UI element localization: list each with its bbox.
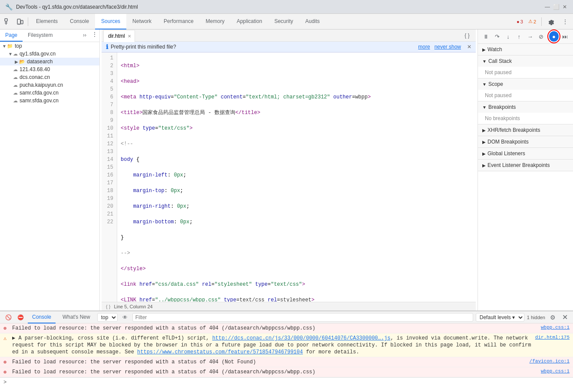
xhr-breakpoints-header[interactable]: ▶ XHR/fetch Breakpoints [478, 124, 573, 136]
title-bar: 🔧 DevTools - qy1.sfda.gov.cn/datasearch/… [0, 0, 573, 14]
scope-header[interactable]: ▼ Scope [478, 78, 573, 90]
settings-button[interactable] [545, 16, 557, 28]
tree-label-ip: 121.43.68.40 [20, 66, 50, 72]
tree-item-pucha[interactable]: ▶ ☁ pucha.kaipuyun.cn [0, 81, 99, 89]
error-icon-3: ⊗ [3, 369, 10, 376]
error-icon-1: ⊗ [3, 325, 10, 332]
call-stack-status: Not paused [485, 69, 511, 75]
tree-item-samr-sfda[interactable]: ▶ ☁ samr.sfda.gov.cn [0, 97, 99, 105]
step-button[interactable]: → [526, 31, 535, 42]
code-line-2: <head> [121, 78, 472, 85]
tab-performance[interactable]: Performance [158, 14, 200, 29]
event-listeners-header[interactable]: ▶ Event Listener Breakpoints [478, 160, 573, 171]
tab-whats-new[interactable]: What's New [58, 311, 95, 323]
call-stack-arrow: ▼ [482, 59, 487, 64]
code-line-4: <title>国家食品药品监督管理总局 - 数据查询</title> [121, 109, 472, 117]
scope-section: ▼ Scope Not paused [478, 78, 573, 101]
tab-application[interactable]: Application [231, 14, 268, 29]
debug-more-button[interactable]: ⏭ [560, 31, 570, 42]
tab-elements[interactable]: Elements [30, 14, 64, 29]
levels-selector[interactable]: Default levels ▾ [476, 313, 524, 322]
more-tabs-button[interactable]: ›› [79, 29, 90, 42]
xhr-breakpoints-section: ▶ XHR/fetch Breakpoints [478, 124, 573, 136]
dom-breakpoints-header[interactable]: ▶ DOM Breakpoints [478, 136, 573, 147]
tab-page[interactable]: Page [0, 29, 23, 42]
event-arrow: ▶ [482, 163, 486, 168]
step-over-button[interactable]: ↷ [492, 31, 501, 42]
inspect-element-button[interactable] [2, 16, 14, 28]
info-never-show-link[interactable]: never show [435, 44, 461, 50]
code-line-7: body { [121, 156, 472, 163]
panel-menu-button[interactable]: ⋮ [90, 29, 99, 39]
dom-breakpoints-section: ▶ DOM Breakpoints [478, 136, 573, 148]
step-into-button[interactable]: ↓ [504, 31, 513, 42]
breakpoints-content: No breakpoints [478, 113, 573, 124]
tree-item-ip[interactable]: ▶ ☁ 121.43.68.40 [0, 65, 99, 73]
entry-location-3[interactable]: wbpp.css:1 [541, 369, 570, 374]
format-button[interactable]: { } [462, 30, 472, 41]
warn-link-1[interactable]: http://dcs.conac.cn/js/33/000/0000/60414… [212, 335, 390, 341]
tree-item-dcs[interactable]: ▶ ☁ dcs.conac.cn [0, 73, 99, 81]
info-close-button[interactable]: ✕ [467, 44, 471, 50]
tree-label-dcs: dcs.conac.cn [20, 74, 50, 80]
tree-label-pucha: pucha.kaipuyun.cn [20, 82, 63, 88]
tab-audits[interactable]: Audits [299, 14, 326, 29]
entry-location-1[interactable]: wbpp.css:1 [541, 325, 570, 330]
tree-item-top[interactable]: ▼ 📁 top [0, 42, 99, 50]
tree-item-datasearch[interactable]: ▶ 📂 datasearch [0, 58, 99, 65]
device-toggle-button[interactable] [14, 16, 26, 28]
entry-location-warn[interactable]: dir.html:175 [535, 335, 570, 340]
console-filter-toggle[interactable]: ⛔ [16, 313, 25, 322]
console-eye-button[interactable]: 👁 [120, 313, 130, 322]
global-listeners-header[interactable]: ▶ Global Listeners [478, 148, 573, 159]
code-line-11: margin-bottom: 0px; [121, 218, 472, 226]
deactivate-breakpoints-button[interactable]: ⊘ [537, 31, 546, 42]
breakpoints-header[interactable]: ▼ Breakpoints [478, 101, 573, 113]
tab-security[interactable]: Security [268, 14, 299, 29]
tab-memory[interactable]: Memory [200, 14, 231, 29]
editor-tab-bar: dir.html ✕ { } [102, 29, 476, 42]
call-stack-header[interactable]: ▼ Call Stack [478, 56, 573, 67]
editor-tab-dir-html[interactable]: dir.html ✕ [103, 30, 135, 42]
tab-network[interactable]: Network [126, 14, 158, 29]
code-line-15: <link href="css/data.css" rel="styleshee… [121, 281, 472, 288]
xhr-arrow: ▶ [482, 128, 486, 133]
entry-location-2[interactable]: /favicon.ico:1 [530, 359, 570, 364]
info-more-link[interactable]: more [418, 44, 430, 50]
context-selector[interactable]: top [97, 313, 118, 322]
code-content[interactable]: <html> <head> <meta http-equiv="Content-… [117, 52, 476, 302]
window-title: DevTools - qy1.sfda.gov.cn/datasearch/fa… [16, 4, 542, 10]
console-clear-button[interactable]: 🚫 [3, 313, 13, 322]
console-settings-button[interactable]: ⚙ [548, 313, 557, 322]
code-line-14: </style> [121, 265, 472, 273]
toolbar-right-controls: ● 3 ⚠ 2 ⋮ [515, 16, 571, 28]
tree-label-qy1: qy1.sfda.gov.cn [20, 51, 56, 57]
editor-tab-close[interactable]: ✕ [128, 34, 131, 39]
code-area[interactable]: 12345 678910 1112131415 1617181920 2122 … [102, 52, 476, 302]
tab-console-bottom[interactable]: Console [28, 311, 56, 323]
warn-link-2[interactable]: https://www.chromestatus.com/feature/571… [137, 349, 303, 355]
watch-header[interactable]: ▶ Watch [478, 44, 573, 55]
event-label: Event Listener Breakpoints [487, 162, 550, 168]
step-out-button[interactable]: ↑ [514, 31, 524, 42]
maximize-button[interactable]: ⬜ [553, 4, 559, 10]
tree-item-qy1[interactable]: ▼ ☁ qy1.sfda.gov.cn [0, 50, 99, 58]
close-button[interactable]: ✕ [562, 4, 568, 10]
console-filter-input[interactable] [132, 313, 473, 322]
tab-filesystem[interactable]: Filesystem [23, 29, 58, 42]
highlighted-debug-button[interactable]: ● [549, 31, 558, 42]
event-listeners-section: ▶ Event Listener Breakpoints [478, 160, 573, 171]
tree-item-samr-cfda[interactable]: ▶ ☁ samr.cfda.gov.cn [0, 89, 99, 97]
main-tab-list: Elements Console Sources Network Perform… [30, 14, 326, 29]
warn-icon-1: ⚠ [3, 335, 10, 342]
console-entries: ⊗ Failed to load resource: the server re… [0, 323, 573, 392]
minimize-button[interactable]: — [544, 4, 550, 10]
pause-resume-button[interactable]: ⏸ [481, 31, 491, 42]
dom-label: DOM Breakpoints [487, 139, 529, 145]
tab-console[interactable]: Console [64, 14, 95, 29]
info-text: Pretty-print this minified file? [111, 44, 415, 50]
console-close-button[interactable]: ✕ [560, 313, 570, 322]
scope-content: Not paused [478, 90, 573, 101]
tab-sources[interactable]: Sources [95, 14, 126, 29]
more-tools-button[interactable]: ⋮ [559, 16, 571, 28]
